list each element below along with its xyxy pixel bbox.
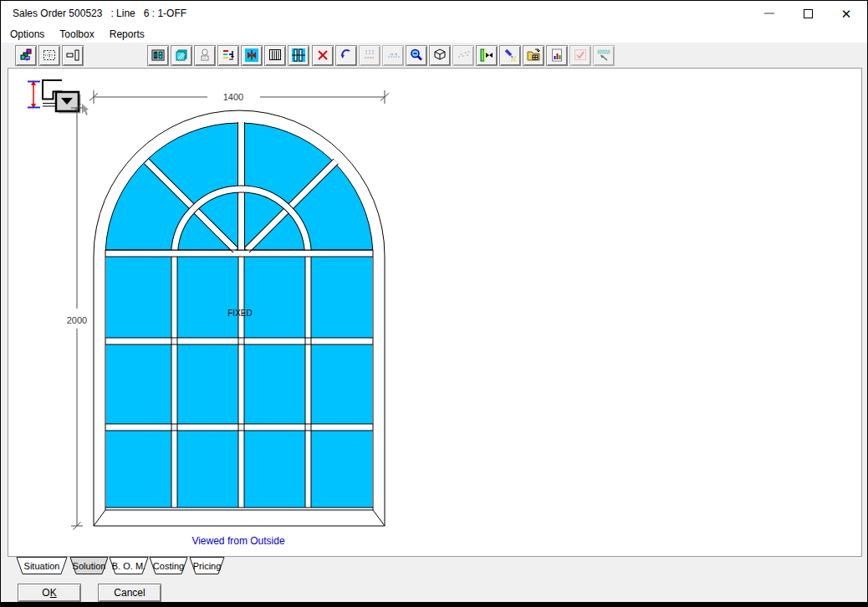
grid-check-icon xyxy=(573,48,588,63)
toolbar-button-hardware[interactable] xyxy=(194,45,216,66)
ok-label: O xyxy=(42,587,49,599)
ok-button[interactable]: OK xyxy=(18,584,81,602)
undo-icon xyxy=(339,48,354,63)
svg-text:Situation: Situation xyxy=(24,561,60,571)
svg-text:Pricing: Pricing xyxy=(193,561,222,571)
toolbar-button-view-3d[interactable] xyxy=(429,45,451,66)
tab-solution[interactable]: Solution xyxy=(70,558,108,574)
window-title: Sales Order 500523 : Line 6 : 1-OFF xyxy=(1,8,186,19)
zoom-icon xyxy=(409,48,424,63)
graph-points-icon xyxy=(456,48,471,63)
tab-bom[interactable]: B. O. M. xyxy=(110,558,148,574)
height-dimension-label: 2000 xyxy=(67,315,87,325)
svg-text:Costing: Costing xyxy=(153,561,184,571)
toolbar-button-glazing-bars[interactable] xyxy=(288,45,309,66)
toolbar-button-paint-finish[interactable] xyxy=(499,45,521,66)
toolbar-button-grid-check[interactable] xyxy=(569,45,591,66)
report-chart-icon xyxy=(549,48,564,63)
specification-icon xyxy=(221,48,236,63)
cancel-button[interactable]: Cancel xyxy=(98,584,161,602)
paint-finish-icon xyxy=(503,48,518,63)
window-drawing: 1400 2000 xyxy=(8,69,861,556)
toolbar-button-glazing[interactable] xyxy=(171,45,192,66)
minimize-icon xyxy=(764,13,774,14)
toolbar-button-specification[interactable] xyxy=(217,45,239,66)
maximize-button[interactable] xyxy=(789,1,827,26)
center-reference-icon xyxy=(42,48,57,63)
tab-situation[interactable]: Situation xyxy=(17,558,67,574)
app-window: Sales Order 500523 : Line 6 : 1-OFF ✕ Op… xyxy=(0,0,868,607)
toolbar-button-report-chart[interactable] xyxy=(546,45,568,66)
vent-icon xyxy=(244,48,259,63)
cancel-label: Cancel xyxy=(114,587,145,599)
dim-shift-icon xyxy=(385,48,401,63)
svg-text:B. O. M.: B. O. M. xyxy=(112,561,146,571)
menu-bar: Options Toolbox Reports xyxy=(1,26,867,43)
toolbar-button-dim-shift[interactable] xyxy=(382,45,404,66)
toolbar-button-delete[interactable] xyxy=(312,45,334,66)
measure-export-icon xyxy=(596,48,611,63)
toolbar-button-undo[interactable] xyxy=(335,45,357,66)
toolbar-button-frame-dimensions[interactable] xyxy=(147,45,169,66)
toolbar-button-export-window[interactable] xyxy=(523,45,544,66)
tab-bar: Situation Solution B. O. M. Costing Pric… xyxy=(1,557,252,575)
toolbar-button-measure-export[interactable] xyxy=(593,45,615,66)
tab-pricing[interactable]: Pricing xyxy=(190,558,224,574)
bars-icon xyxy=(268,48,283,63)
title-bar: Sales Order 500523 : Line 6 : 1-OFF ✕ xyxy=(1,1,867,26)
close-button[interactable]: ✕ xyxy=(827,1,865,26)
drawing-canvas: 1400 2000 xyxy=(8,68,862,557)
toolbar-button-dim-points[interactable] xyxy=(359,45,380,66)
dim-points-icon xyxy=(362,48,377,63)
frame-dimensions-icon xyxy=(151,48,166,63)
close-icon: ✕ xyxy=(841,8,852,20)
maximize-icon xyxy=(804,9,813,18)
pane-label: FIXED xyxy=(227,309,252,318)
toolbar-button-open-in[interactable] xyxy=(476,45,498,66)
mouse-cursor xyxy=(82,104,89,115)
window-controls: ✕ xyxy=(750,1,865,26)
glazing-bars-icon xyxy=(291,48,306,63)
glazing-icon xyxy=(174,48,189,63)
arrange-profiles-icon xyxy=(18,48,33,63)
export-window-icon xyxy=(526,48,541,63)
toolbar-button-vent[interactable] xyxy=(241,45,263,66)
toolbar xyxy=(1,43,867,68)
profile-section-icon xyxy=(65,48,80,63)
toolbar-button-zoom[interactable] xyxy=(406,45,427,66)
width-dimension-label: 1400 xyxy=(223,92,243,102)
menu-options[interactable]: Options xyxy=(3,27,52,42)
view-3d-icon xyxy=(432,48,447,63)
ok-mnemonic: K xyxy=(50,587,57,599)
toolbar-button-bars[interactable] xyxy=(264,45,286,66)
open-in-icon xyxy=(479,48,494,63)
svg-text:Solution: Solution xyxy=(73,561,106,571)
minimize-button[interactable] xyxy=(750,1,789,26)
menu-toolbox[interactable]: Toolbox xyxy=(52,27,101,42)
toolbar-button-graph-points[interactable] xyxy=(452,45,474,66)
toolbar-button-profile-section[interactable] xyxy=(62,45,84,66)
toolbar-button-center-reference[interactable] xyxy=(38,45,60,66)
toolbar-button-arrange-profiles[interactable] xyxy=(15,45,37,66)
view-caption: Viewed from Outside xyxy=(191,535,284,547)
menu-reports[interactable]: Reports xyxy=(102,27,152,42)
tab-costing[interactable]: Costing xyxy=(150,558,187,574)
hardware-icon xyxy=(197,48,212,63)
window-bottom-edge xyxy=(1,602,867,606)
delete-icon xyxy=(315,48,330,63)
